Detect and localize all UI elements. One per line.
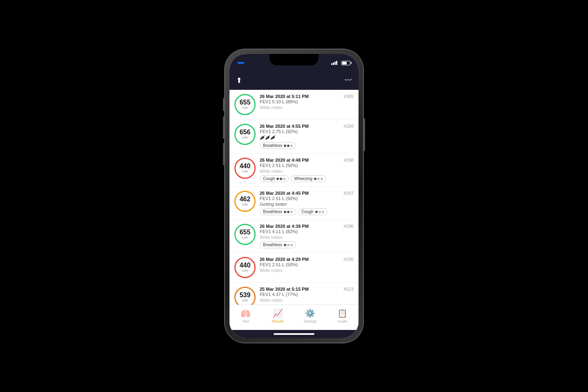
status-right: [331, 61, 350, 65]
result-tags-3: BreathlessCough: [260, 208, 354, 215]
result-tag-3-0[interactable]: Breathless: [260, 208, 296, 215]
result-notes-placeholder-5[interactable]: Write notes: [260, 268, 354, 273]
result-tag-2-1[interactable]: Wheezing: [291, 175, 326, 182]
result-header-row-3: 26 Mar 2020 at 4:45 PM#297: [260, 191, 354, 196]
result-id-5: #295: [344, 257, 354, 262]
result-info-3: 26 Mar 2020 at 4:45 PM#297FEV1 2.51 L (5…: [260, 191, 354, 215]
result-tag-2-0[interactable]: Cough: [260, 175, 289, 182]
result-item-0[interactable]: 655L/m26 Mar 2020 at 5:11 PM#305FEV1 5.1…: [229, 90, 359, 119]
result-fev-5: FEV1 2.51 L (50%): [260, 262, 354, 267]
nav-item-settings[interactable]: ⚙️Settings: [294, 308, 326, 323]
dot-4-0-2: [290, 244, 293, 246]
result-info-4: 26 Mar 2020 at 4:39 PM#296FEV1 4.11 L (8…: [260, 224, 354, 248]
result-fev-3: FEV1 2.51 L (50%): [260, 196, 354, 201]
result-info-2: 26 Mar 2020 at 4:48 PM#298FEV1 2.51 L (5…: [260, 158, 354, 182]
result-date-0: 26 Mar 2020 at 5:11 PM: [260, 94, 309, 99]
result-badge-0: 655L/m: [234, 94, 256, 115]
dot-2-1-0: [314, 178, 316, 180]
tag-dots-4-0: [284, 244, 293, 246]
result-fev-2: FEV1 2.51 L (50%): [260, 163, 354, 168]
badge-unit-1: L/m: [242, 136, 247, 140]
badge-unit-3: L/m: [242, 203, 247, 207]
badge-value-2: 440: [240, 163, 251, 169]
result-notes-placeholder-2[interactable]: Write notes: [260, 169, 354, 174]
dot-2-0-0: [276, 178, 279, 180]
tag-label-2-0: Cough: [263, 176, 275, 181]
battery-icon: [341, 61, 350, 65]
home-bar[interactable]: [274, 333, 314, 335]
result-info-6: 25 Mar 2020 at 5:15 PM#523FEV1 4.37 L (7…: [260, 287, 354, 303]
mute-button[interactable]: [223, 98, 225, 111]
badge-unit-0: L/m: [242, 106, 247, 110]
result-id-2: #298: [344, 158, 354, 163]
home-indicator: [229, 330, 359, 338]
result-header-row-0: 26 Mar 2020 at 5:11 PM#305: [260, 94, 354, 99]
phone-screen: ⬆ 〰 655L/m26 Mar 2020 at 5:11 PM#305FEV1…: [229, 54, 359, 338]
dot-1-0-0: [284, 145, 286, 147]
volume-down-button[interactable]: [223, 143, 225, 165]
result-tag-3-1[interactable]: Cough: [298, 208, 327, 215]
result-notes-placeholder-0[interactable]: Write notes: [260, 105, 354, 110]
result-item-5[interactable]: 440L/m26 Mar 2020 at 4:29 PM#295FEV1 2.5…: [229, 253, 359, 282]
result-tags-1: Breathless: [260, 142, 354, 149]
badge-value-4: 655: [240, 229, 251, 236]
badge-value-6: 539: [240, 292, 251, 298]
nav-item-test[interactable]: 🫁Test: [229, 308, 262, 323]
result-info-5: 26 Mar 2020 at 4:29 PM#295FEV1 2.51 L (5…: [260, 257, 354, 273]
dot-1-0-1: [287, 145, 290, 147]
bottom-nav: 🫁Test📈Results⚙️Settings📋Guide: [229, 305, 359, 330]
trend-chart-icon[interactable]: 〰: [345, 76, 352, 85]
result-notes-placeholder-4[interactable]: Write notes: [260, 235, 354, 240]
nav-item-guide[interactable]: 📋Guide: [326, 308, 359, 323]
signal-bar-1: [331, 63, 332, 65]
tag-label-3-1: Cough: [301, 209, 313, 214]
tag-dots-3-0: [284, 211, 293, 213]
tag-dots-3-1: [315, 211, 324, 213]
result-fev-6: FEV1 4.37 L (77%): [260, 292, 354, 297]
result-badge-2: 440L/m: [234, 158, 256, 179]
power-button[interactable]: [363, 118, 365, 151]
tag-dots-2-1: [314, 178, 323, 180]
dot-2-0-1: [280, 178, 282, 180]
dot-3-0-0: [284, 211, 286, 213]
tag-label-1-0: Breathless: [263, 143, 282, 148]
result-header-row-5: 26 Mar 2020 at 4:29 PM#295: [260, 257, 354, 262]
result-date-4: 26 Mar 2020 at 4:39 PM: [260, 224, 309, 229]
result-item-6[interactable]: 539L/m25 Mar 2020 at 5:15 PM#523FEV1 4.3…: [229, 283, 359, 305]
result-item-1[interactable]: 656L/m26 Mar 2020 at 4:55 PM#299FEV1 2.7…: [229, 120, 359, 153]
nav-label-results: Results: [272, 319, 284, 323]
result-badge-3: 462L/m: [234, 191, 256, 212]
nav-label-test: Test: [242, 319, 249, 323]
result-item-2[interactable]: 440L/m26 Mar 2020 at 4:48 PM#298FEV1 2.5…: [229, 154, 359, 186]
badge-value-5: 440: [240, 262, 251, 269]
result-header-row-4: 26 Mar 2020 at 4:39 PM#296: [260, 224, 354, 229]
badge-value-0: 655: [240, 99, 251, 106]
chart-icon: 📈: [273, 308, 283, 318]
dot-4-0-1: [287, 244, 290, 246]
result-fev-4: FEV1 4.11 L (82%): [260, 229, 354, 234]
badge-value-3: 462: [240, 196, 251, 203]
result-header-row-1: 26 Mar 2020 at 4:55 PM#299: [260, 124, 354, 129]
volume-up-button[interactable]: [223, 116, 225, 139]
result-id-0: #305: [344, 94, 354, 99]
result-item-3[interactable]: 462L/m26 Mar 2020 at 4:45 PM#297FEV1 2.5…: [229, 187, 359, 219]
result-date-6: 25 Mar 2020 at 5:15 PM: [260, 287, 309, 292]
dot-3-1-0: [315, 211, 318, 213]
nav-item-results[interactable]: 📈Results: [262, 308, 294, 323]
share-icon[interactable]: ⬆: [236, 76, 242, 85]
result-tag-4-0[interactable]: Breathless: [260, 241, 296, 248]
dot-2-0-2: [283, 178, 285, 180]
result-item-4[interactable]: 655L/m26 Mar 2020 at 4:39 PM#296FEV1 4.1…: [229, 220, 359, 252]
signal-bar-3: [334, 62, 336, 65]
result-tag-1-0[interactable]: Breathless: [260, 142, 296, 149]
result-id-6: #523: [344, 287, 354, 292]
dot-3-1-1: [318, 211, 321, 213]
result-notes-text-3: Getting better: [260, 202, 354, 207]
result-fev-1: FEV1 2.75 L (92%): [260, 129, 354, 134]
status-time: [238, 62, 244, 64]
tag-label-3-0: Breathless: [263, 209, 282, 214]
result-tags-2: CoughWheezing: [260, 175, 354, 182]
badge-unit-5: L/m: [242, 269, 247, 273]
result-date-5: 26 Mar 2020 at 4:29 PM: [260, 257, 309, 262]
result-notes-placeholder-6[interactable]: Write notes: [260, 298, 354, 303]
